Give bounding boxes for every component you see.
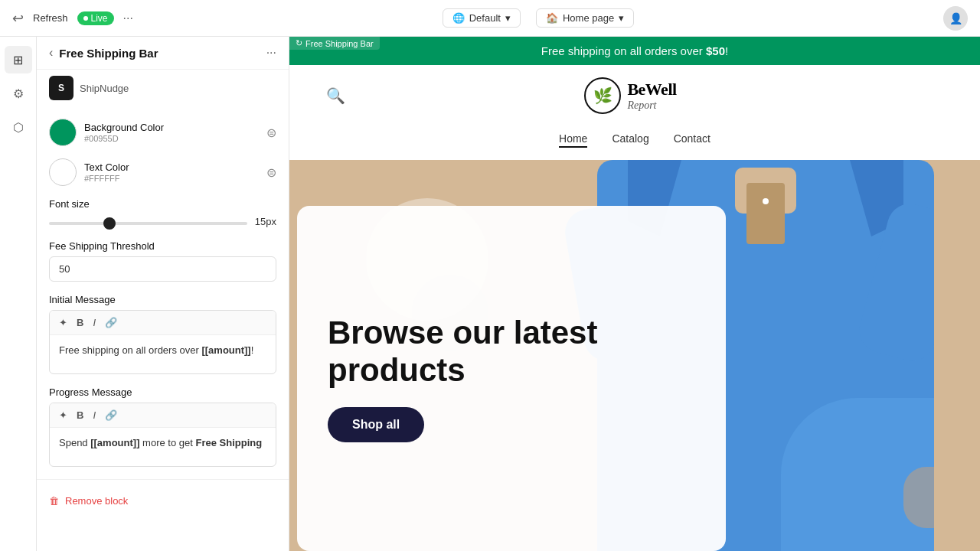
italic-btn-1[interactable]: I (90, 315, 99, 330)
app-name: ShipNudge (80, 83, 129, 94)
default-label: Default (469, 12, 501, 24)
main-layout: ⊞ ⚙ ⬡ ‹ Free Shipping Bar ··· S ShipNudg… (0, 37, 980, 551)
icon-sidebar: ⊞ ⚙ ⬡ (0, 37, 37, 551)
nav-catalog[interactable]: Catalog (612, 132, 648, 148)
link-btn-1[interactable]: 🔗 (102, 315, 120, 330)
shipping-bar: ↻ Free Shipping Bar Free shipping on all… (289, 37, 980, 65)
bg-curve (781, 398, 934, 551)
chevron-down-icon-2: ▾ (619, 12, 624, 24)
top-bar: ↩ Refresh Live ··· 🌐 Default ▾ 🏠 Home pa… (0, 0, 980, 37)
logo-sub: Report (627, 99, 676, 112)
remove-label: Remove block (65, 495, 128, 507)
progress-message-content[interactable]: Spend [[amount]] more to get Free Shippi… (50, 428, 276, 466)
live-dot (83, 16, 88, 21)
progress-suffix: more to get (139, 437, 195, 448)
store-search-button[interactable]: 🔍 (326, 86, 345, 105)
panel-back-button[interactable]: ‹ (49, 46, 53, 60)
panel-content: Background Color #00955D ⊜ Text Color #F… (37, 109, 289, 519)
homepage-button[interactable]: 🏠 Home page ▾ (536, 8, 634, 28)
text-color-row: Text Color #FFFFFF ⊜ (49, 158, 276, 186)
magic-btn-1[interactable]: ✦ (56, 315, 70, 330)
initial-message-amount: [[amount]] (201, 344, 250, 356)
italic-btn-2[interactable]: I (90, 408, 99, 422)
nav-contact[interactable]: Contact (674, 132, 710, 148)
home-icon: 🏠 (546, 12, 558, 24)
shipping-bar-label: ↻ Free Shipping Bar (289, 37, 380, 50)
background-color-section: Background Color #00955D ⊜ (49, 119, 276, 146)
font-size-slider[interactable] (49, 222, 247, 225)
globe-icon: 🌐 (452, 12, 465, 24)
background-color-info: Background Color #00955D (84, 122, 164, 143)
magic-btn-2[interactable]: ✦ (56, 408, 70, 422)
text-color-left: Text Color #FFFFFF (49, 158, 129, 186)
font-size-label: Font size (49, 198, 276, 210)
palette-icon[interactable]: ⊜ (266, 126, 276, 140)
bold-icon-2: B (77, 409, 83, 421)
logo-icon: 🌿 (584, 77, 621, 114)
bold-btn-2[interactable]: B (74, 408, 87, 422)
sidebar-icon-sections[interactable]: ⊞ (5, 46, 32, 73)
live-label: Live (91, 13, 108, 24)
shop-all-button[interactable]: Shop all (328, 407, 424, 442)
progress-message-section: Progress Message ✦ B I 🔗 Spend [[amount]… (49, 386, 276, 467)
top-bar-center: 🌐 Default ▾ 🏠 Home page ▾ (443, 8, 634, 28)
progress-message-toolbar: ✦ B I 🔗 (50, 403, 276, 428)
bold-btn-1[interactable]: B (74, 315, 87, 330)
font-size-row: 15px (49, 214, 276, 228)
panel-header-left: ‹ Free Shipping Bar (49, 46, 158, 60)
hero-headline: Browse our latest products (328, 315, 695, 389)
logo-text: BeWell Report (627, 80, 676, 112)
avatar-button[interactable]: 👤 (943, 6, 968, 31)
top-bar-right: 👤 (943, 6, 968, 31)
hero-card: Browse our latest products Shop all (297, 206, 726, 551)
background-color-hex: #00955D (84, 134, 164, 143)
panel-title: Free Shipping Bar (59, 47, 158, 60)
text-color-swatch[interactable] (49, 158, 77, 186)
trash-icon: 🗑 (49, 495, 59, 507)
link-btn-2[interactable]: 🔗 (102, 408, 120, 422)
default-button[interactable]: 🌐 Default ▾ (443, 8, 521, 28)
back-button[interactable]: ↩ (12, 10, 24, 27)
background-color-label: Background Color (84, 122, 164, 133)
nav-home[interactable]: Home (559, 132, 587, 148)
refresh-label: Refresh (33, 12, 68, 24)
refresh-button[interactable]: Refresh (33, 12, 68, 24)
panel-header: ‹ Free Shipping Bar ··· (37, 37, 289, 70)
progress-message-editor: ✦ B I 🔗 Spend [[amount]] more to get Fre… (49, 403, 276, 467)
logo-main: BeWell (627, 80, 676, 99)
shipping-bar-text: Free shipping on all orders over $50! (541, 44, 728, 57)
initial-message-toolbar: ✦ B I 🔗 (50, 311, 276, 335)
initial-message-label: Initial Message (49, 294, 276, 305)
logo-leaf-icon: 🌿 (593, 86, 612, 105)
text-color-section: Text Color #FFFFFF ⊜ (49, 158, 276, 186)
italic-icon-1: I (93, 317, 96, 328)
panel-more-button[interactable]: ··· (266, 46, 276, 60)
progress-strong: Free Shipping (195, 437, 262, 448)
preview-area: ↻ Free Shipping Bar Free shipping on all… (289, 37, 980, 551)
initial-message-section: Initial Message ✦ B I 🔗 Free shipping on… (49, 294, 276, 374)
text-color-hex: #FFFFFF (84, 174, 129, 183)
chevron-down-icon: ▾ (505, 12, 511, 24)
initial-message-suffix: ! (251, 344, 254, 356)
shipping-text-prefix: Free shipping on all orders over (541, 44, 706, 57)
initial-message-content[interactable]: Free shipping on all orders over [[amoun… (50, 335, 276, 373)
hero-section: Browse our latest products Shop all (289, 160, 980, 551)
store-nav: Home Catalog Contact (289, 126, 980, 160)
threshold-input[interactable] (49, 256, 276, 282)
refresh-icon: ↻ (296, 38, 302, 48)
palette-icon-2[interactable]: ⊜ (266, 165, 276, 180)
font-size-section: Font size 15px (49, 198, 276, 228)
remove-block-button[interactable]: 🗑 Remove block (49, 492, 276, 510)
more-options-button[interactable]: ··· (123, 11, 133, 25)
button-dot (763, 198, 769, 204)
text-color-info: Text Color #FFFFFF (84, 161, 129, 183)
top-bar-left: ↩ Refresh Live ··· (12, 10, 133, 27)
shirt-inner (746, 183, 785, 244)
background-color-row: Background Color #00955D ⊜ (49, 119, 276, 146)
sidebar-icon-settings[interactable]: ⚙ (5, 80, 32, 107)
sidebar-icon-apps[interactable]: ⬡ (5, 113, 32, 141)
app-icon: S (49, 76, 74, 100)
background-color-swatch[interactable] (49, 119, 77, 146)
bold-icon-1: B (77, 317, 83, 328)
font-size-slider-container (49, 214, 247, 228)
